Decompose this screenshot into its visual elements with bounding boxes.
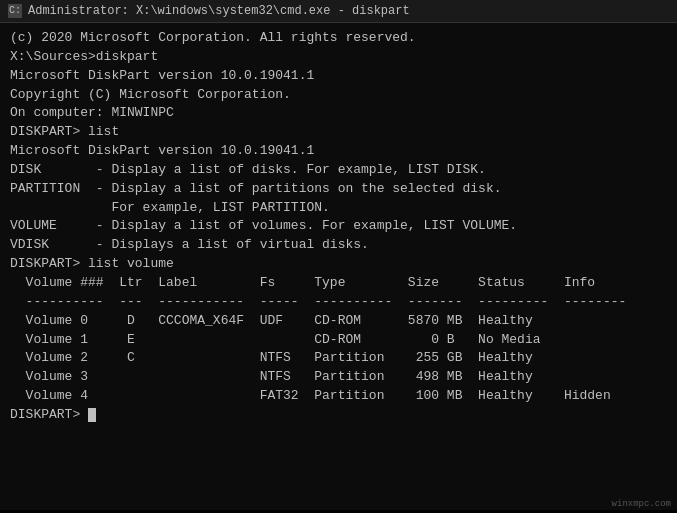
console-line: Microsoft DiskPart version 10.0.19041.1 xyxy=(10,142,667,161)
console-line: For example, LIST PARTITION. xyxy=(10,199,667,218)
console-line: Volume ### Ltr Label Fs Type Size Status… xyxy=(10,274,667,293)
console-line: Microsoft DiskPart version 10.0.19041.1 xyxy=(10,67,667,86)
console-line: VOLUME - Display a list of volumes. For … xyxy=(10,217,667,236)
console-line: (c) 2020 Microsoft Corporation. All righ… xyxy=(10,29,667,48)
console-line: DISKPART> list volume xyxy=(10,255,667,274)
cursor xyxy=(88,408,96,422)
title-bar-text: Administrator: X:\windows\system32\cmd.e… xyxy=(28,4,410,18)
console-line: DISK - Display a list of disks. For exam… xyxy=(10,161,667,180)
console-line: Volume 3 NTFS Partition 498 MB Healthy xyxy=(10,368,667,387)
title-bar: C: Administrator: X:\windows\system32\cm… xyxy=(0,0,677,23)
watermark: winxmpc.com xyxy=(612,499,671,509)
console-line: DISKPART> list xyxy=(10,123,667,142)
console-line: DISKPART> xyxy=(10,406,667,425)
cmd-icon: C: xyxy=(8,4,22,18)
console-line: Copyright (C) Microsoft Corporation. xyxy=(10,86,667,105)
console-line: ---------- --- ----------- ----- -------… xyxy=(10,293,667,312)
console-line: On computer: MINWINPC xyxy=(10,104,667,123)
console-line: Volume 1 E CD-ROM 0 B No Media xyxy=(10,331,667,350)
console-line: Volume 4 FAT32 Partition 100 MB Healthy … xyxy=(10,387,667,406)
console-line: PARTITION - Display a list of partitions… xyxy=(10,180,667,199)
console-output: (c) 2020 Microsoft Corporation. All righ… xyxy=(0,23,677,510)
console-line: X:\Sources>diskpart xyxy=(10,48,667,67)
console-line: Volume 2 C NTFS Partition 255 GB Healthy xyxy=(10,349,667,368)
console-line: VDISK - Displays a list of virtual disks… xyxy=(10,236,667,255)
console-line: Volume 0 D CCCOMA_X64F UDF CD-ROM 5870 M… xyxy=(10,312,667,331)
